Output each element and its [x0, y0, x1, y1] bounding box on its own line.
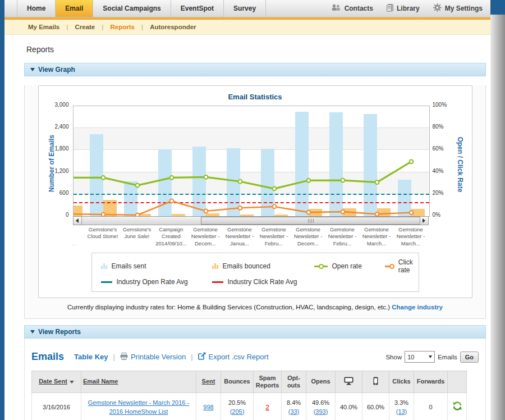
right-axis-tick: 80% [433, 124, 444, 130]
contacts-button[interactable]: Contacts [331, 4, 373, 13]
tab-social-campaigns[interactable]: Social Campaigns [93, 0, 171, 17]
x-axis-label: Gemstone Newsletter - Decem... [189, 226, 223, 247]
cell-clicks: 3.3%(13) [389, 393, 414, 420]
section-label: View Reports [38, 328, 81, 336]
subnav-my-emails[interactable]: My Emails [21, 24, 66, 30]
library-icon [387, 4, 393, 13]
x-axis-label: Gemstone's June Sale! [120, 226, 154, 240]
legend-item: Open rate [314, 258, 385, 274]
right-axis-tick: 100% [433, 102, 447, 108]
toolbar-separator: | [191, 353, 192, 361]
table-link[interactable]: (13) [396, 408, 407, 415]
chart-legend: Emails sentEmails bouncedOpen rateClick … [91, 253, 419, 292]
sort-desc-icon [70, 381, 74, 384]
printable-version-link[interactable]: Printable Version [120, 353, 186, 362]
scroll-left-button[interactable] [74, 217, 82, 225]
scroll-right-button[interactable] [420, 217, 428, 225]
nav-item-label: Library [397, 4, 420, 12]
table-key-link[interactable]: Table Key [74, 353, 108, 361]
tab-home[interactable]: Home [17, 0, 56, 17]
resend-icon[interactable] [452, 405, 462, 412]
nav-item-label: Contacts [345, 4, 373, 12]
legend-ref-line-icon [212, 281, 223, 283]
right-axis-tick: 0% [433, 212, 440, 218]
view-reports-body: Emails Table Key | Printable Version | [24, 339, 486, 420]
view-graph-body: Email Statistics Number of Emails Open /… [24, 85, 486, 319]
col-sent[interactable]: Sent [196, 371, 221, 393]
table-header-row: Date Sent Email Name Sent Bounces Spam R… [32, 371, 467, 393]
table-link[interactable]: 2 [265, 404, 269, 410]
x-axis-label: Gemstone Newsletter - Febru... [257, 226, 291, 247]
content: Reports View Graph Email Statistics Numb… [4, 35, 490, 420]
printable-label: Printable Version [131, 353, 186, 361]
go-button[interactable]: Go [460, 351, 479, 363]
cell-mobile-opens: 60.0% [362, 393, 389, 420]
show-count-select[interactable]: 10 [405, 351, 435, 363]
tab-eventspot[interactable]: EventSpot [171, 0, 224, 17]
industry-caption: Currently displaying industry rates for:… [25, 302, 485, 318]
scrollbar-thumb[interactable] [201, 217, 421, 225]
legend-item: Industry Click Rate Avg [212, 278, 314, 286]
col-resend [448, 371, 467, 393]
legend-item: Industry Open Rate Avg [101, 278, 212, 286]
mobile-icon [373, 380, 378, 386]
right-axis-tick: 60% [433, 145, 444, 152]
table-link[interactable]: (33) [288, 408, 300, 415]
my-settings-button[interactable]: My Settings [433, 3, 483, 13]
cell-sent: 998 [196, 393, 221, 420]
show-label: Show [385, 354, 402, 360]
legend-item: Emails sent [101, 258, 212, 274]
printer-icon [120, 353, 128, 362]
tab-email[interactable]: Email [56, 0, 93, 17]
left-axis-tick: 0 [66, 212, 69, 218]
subnav-reports[interactable]: Reports [104, 24, 141, 30]
sub-nav: My Emails | Create | Reports | Autorespo… [4, 20, 490, 35]
table-link[interactable]: 998 [203, 404, 213, 410]
show-control: Show 10 Emails Go [385, 351, 479, 363]
subnav-create[interactable]: Create [68, 24, 102, 30]
desktop-icon [344, 380, 354, 386]
table-link[interactable]: Gemstone Newsletter - March 2016 - 2016 … [88, 399, 189, 415]
emails-toolbar: Emails Table Key | Printable Version | [31, 351, 479, 363]
library-button[interactable]: Library [387, 4, 420, 13]
col-bounces: Bounces [221, 371, 254, 393]
page: Home Email Social Campaigns EventSpot Su… [4, 0, 490, 420]
col-date-sent[interactable]: Date Sent [32, 371, 81, 393]
tab-label: Home [27, 4, 45, 12]
right-axis-tick: 20% [433, 190, 444, 196]
view-reports-header[interactable]: View Reports [24, 325, 486, 339]
cell-opens: 49.6%(393) [306, 393, 336, 420]
cell-optouts: 8.4%(33) [282, 393, 306, 420]
legend-bar-icon [212, 263, 218, 269]
view-graph-header[interactable]: View Graph [24, 63, 486, 76]
table-link[interactable]: (205) [230, 408, 245, 415]
export-label: Export .csv Report [209, 353, 269, 361]
legend-item: Emails bounced [212, 258, 314, 274]
show-count-value: 10 [407, 354, 414, 360]
industry-caption-text: Currently displaying industry rates for:… [67, 304, 390, 311]
col-email-name[interactable]: Email Name [81, 371, 196, 393]
legend-label: Open rate [332, 262, 362, 270]
table-link[interactable]: (393) [314, 408, 328, 415]
x-axis-label: der: one Op... [73, 226, 86, 247]
col-opens: Opens [306, 371, 336, 393]
export-csv-link[interactable]: Export .csv Report [198, 352, 269, 362]
nav-item-label: My Settings [445, 4, 483, 12]
legend-line-icon [385, 263, 394, 269]
plot-area [73, 106, 430, 217]
change-industry-link[interactable]: Change industry [392, 304, 443, 311]
col-desktop-opens [336, 371, 362, 393]
window-edge [490, 15, 505, 420]
tab-label: Survey [233, 4, 256, 12]
subnav-autoresponder[interactable]: Autoresponder [143, 24, 203, 30]
chart-scrollbar[interactable] [73, 216, 429, 225]
left-axis-tick: 2,400 [54, 124, 68, 130]
cell-desktop-opens: 40.0% [336, 393, 362, 420]
right-arrow-icon [423, 218, 425, 223]
tab-survey[interactable]: Survey [224, 0, 266, 17]
x-axis-label: Gemstone Newsletter - Decem... [291, 226, 325, 247]
contacts-icon [331, 4, 341, 13]
stat-percent: 20.5% [228, 399, 246, 406]
show-unit-label: Emails [438, 354, 457, 360]
left-axis-ticks: 06001,2001,8002,4003,000 [47, 106, 69, 216]
